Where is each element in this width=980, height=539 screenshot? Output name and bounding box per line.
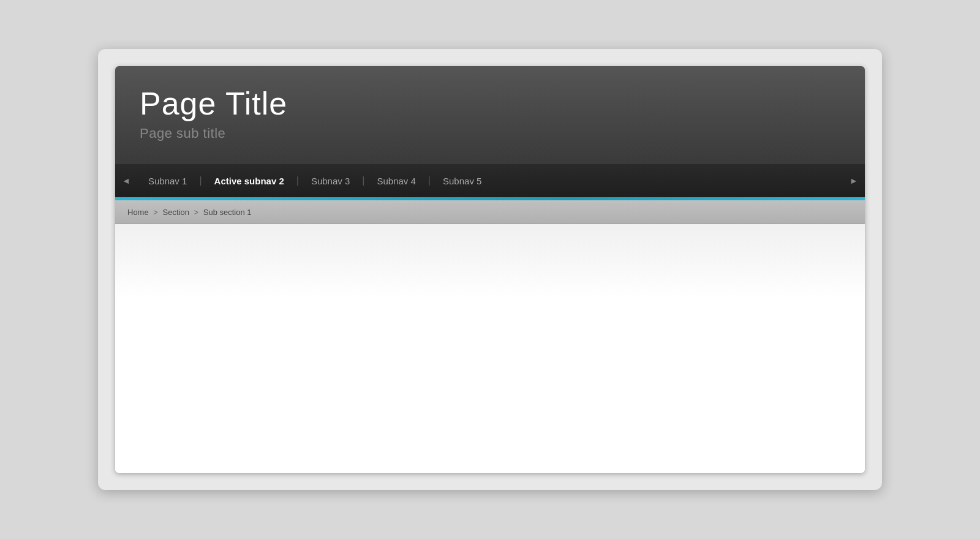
page-subtitle: Page sub title	[140, 126, 840, 141]
subnav-item-5[interactable]: Subnav 5	[432, 164, 492, 197]
subnav-sep-2: |	[295, 175, 300, 186]
page-header: Page Title Page sub title	[115, 66, 865, 164]
subnav-next-arrow[interactable]: ►	[843, 164, 865, 197]
outer-frame: Page Title Page sub title ◄ Subnav 1 | A…	[98, 49, 882, 490]
page-title: Page Title	[140, 86, 840, 121]
subnav-bar: ◄ Subnav 1 | Active subnav 2 | Subnav 3 …	[115, 164, 865, 197]
subnav-item-3[interactable]: Subnav 3	[300, 164, 361, 197]
subnav-sep-3: |	[361, 175, 366, 186]
subnav-item-1[interactable]: Subnav 1	[137, 164, 198, 197]
breadcrumb-section[interactable]: Section	[163, 208, 189, 217]
breadcrumb-sep-2: >	[194, 208, 201, 217]
breadcrumb-bar: Home > Section > Sub section 1	[115, 200, 865, 224]
breadcrumb: Home > Section > Sub section 1	[127, 208, 252, 217]
subnav-item-4[interactable]: Subnav 4	[366, 164, 426, 197]
subnav-item-2[interactable]: Active subnav 2	[203, 164, 295, 197]
subnav-sep-1: |	[198, 175, 203, 186]
subnav-prev-arrow[interactable]: ◄	[115, 164, 137, 197]
inner-container: Page Title Page sub title ◄ Subnav 1 | A…	[115, 66, 865, 473]
breadcrumb-home[interactable]: Home	[127, 208, 149, 217]
breadcrumb-sep-1: >	[153, 208, 160, 217]
subnav-items: Subnav 1 | Active subnav 2 | Subnav 3 | …	[137, 164, 843, 197]
breadcrumb-subsection: Sub section 1	[203, 208, 252, 217]
content-area	[115, 224, 865, 473]
subnav-sep-4: |	[427, 175, 432, 186]
